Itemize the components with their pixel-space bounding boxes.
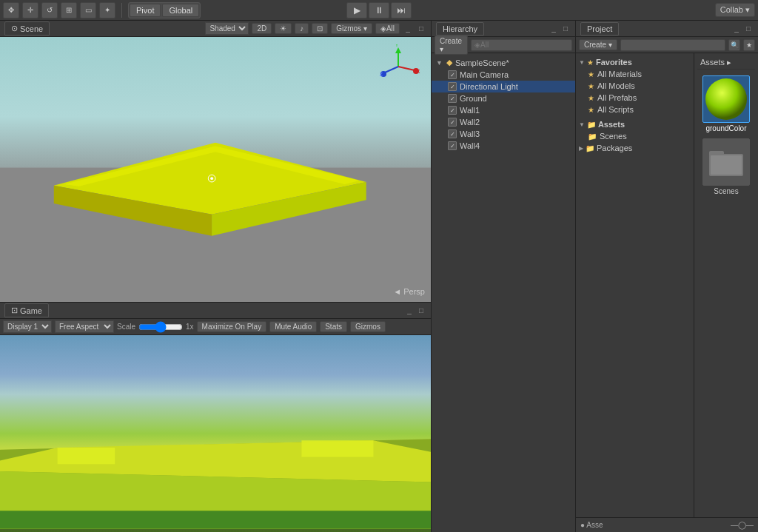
hier-item-wall4[interactable]: ✓ Wall4 bbox=[432, 140, 575, 152]
play-controls: ▶ ⏸ ⏭ bbox=[346, 2, 412, 18]
scenes-label: Scenes bbox=[600, 132, 627, 141]
proj-search-icon-btn[interactable]: 🔍 bbox=[728, 39, 740, 51]
game-minimize-btn[interactable]: _ bbox=[404, 306, 415, 316]
scene-gizmo[interactable]: Y X Z bbox=[376, 44, 420, 89]
hierarchy-tab-label: Hierarchy bbox=[443, 24, 477, 33]
fx-btn[interactable]: ⊡ bbox=[312, 23, 328, 34]
packages-label: Packages bbox=[597, 144, 632, 152]
project-tab[interactable]: Project bbox=[580, 22, 619, 36]
all-models-star: ★ bbox=[588, 82, 594, 90]
hier-label-wall3: Wall3 bbox=[460, 129, 480, 138]
play-btn[interactable]: ▶ bbox=[346, 2, 367, 18]
packages-expand-icon: ▶ bbox=[579, 145, 583, 152]
step-btn[interactable]: ⏭ bbox=[391, 2, 412, 18]
hand-tool-btn[interactable]: ✥ bbox=[3, 2, 19, 18]
pause-btn[interactable]: ⏸ bbox=[369, 2, 389, 18]
asset-groundcolor[interactable]: groundColor bbox=[700, 75, 752, 132]
all-scripts-star: ★ bbox=[588, 106, 594, 114]
hier-label-samplescene: SampleScene* bbox=[455, 58, 509, 67]
game-maximize-btn[interactable]: □ bbox=[416, 306, 426, 316]
stats-btn[interactable]: Stats bbox=[320, 321, 347, 332]
scenes-thumb bbox=[702, 138, 750, 186]
proj-star-btn[interactable]: ★ bbox=[743, 39, 755, 51]
hier-search-input[interactable] bbox=[471, 39, 572, 51]
left-panels: ⊙ Scene Shaded 2D ☀ ♪ ⊡ Gizmos ▾ ◈All _ … bbox=[0, 21, 432, 532]
scale-slider[interactable] bbox=[138, 323, 183, 331]
scene-tab-icon: ⊙ bbox=[11, 24, 18, 33]
scene-3d-view bbox=[0, 37, 431, 302]
mute-audio-btn[interactable]: Mute Audio bbox=[269, 321, 317, 332]
proj-minimize-btn[interactable]: _ bbox=[731, 24, 742, 34]
gizmos-btn[interactable]: Gizmos ▾ bbox=[331, 23, 372, 34]
hier-item-wall1[interactable]: ✓ Wall1 bbox=[432, 104, 575, 116]
hier-create-btn[interactable]: Create ▾ bbox=[435, 36, 468, 55]
svg-rect-20 bbox=[711, 155, 742, 175]
all-btn[interactable]: ◈All bbox=[375, 23, 400, 34]
project-panel: Project _ □ Create ▾ 🔍 ★ ▼ bbox=[576, 21, 758, 532]
game-viewport bbox=[0, 335, 431, 532]
hier-item-directionallight[interactable]: ✓ Directional Light bbox=[432, 81, 575, 92]
move-tool-btn[interactable]: ✛ bbox=[22, 2, 38, 18]
scene-maximize-btn[interactable]: □ bbox=[416, 24, 426, 34]
aspect-dropdown[interactable]: Free Aspect bbox=[55, 320, 114, 333]
proj-maximize-btn[interactable]: □ bbox=[743, 24, 754, 34]
asset-scenes-folder[interactable]: Scenes bbox=[700, 138, 752, 195]
scene-tab[interactable]: ⊙ Scene bbox=[4, 21, 50, 36]
favorites-star-icon: ★ bbox=[587, 58, 594, 67]
checkbox-wall1[interactable]: ✓ bbox=[448, 106, 457, 115]
transform-tool-btn[interactable]: ✦ bbox=[99, 2, 115, 18]
hier-item-maincamera[interactable]: ✓ Main Camera bbox=[432, 69, 575, 81]
game-toolbar: Display 1 Free Aspect Scale 1x Maximize … bbox=[0, 319, 431, 335]
proj-search-input[interactable] bbox=[620, 39, 725, 51]
favorites-expand-icon: ▼ bbox=[579, 59, 585, 66]
proj-item-all-prefabs[interactable]: ★ All Prefabs bbox=[576, 92, 694, 104]
2d-btn[interactable]: 2D bbox=[252, 23, 272, 34]
shading-dropdown[interactable]: Shaded bbox=[205, 22, 249, 35]
proj-item-scenes[interactable]: 📁 Scenes bbox=[576, 130, 694, 142]
rect-tool-btn[interactable]: ▭ bbox=[80, 2, 96, 18]
checkbox-wall4[interactable]: ✓ bbox=[448, 141, 457, 150]
hierarchy-tab[interactable]: Hierarchy bbox=[436, 22, 484, 36]
hierarchy-panel: Hierarchy _ □ Create ▾ ▼ ◆ SampleScene* bbox=[432, 21, 576, 532]
scenes-folder-icon: 📁 bbox=[588, 132, 597, 141]
game-tab[interactable]: ⊡ Game bbox=[4, 303, 49, 317]
groundcolor-label: groundColor bbox=[705, 124, 746, 132]
maximize-play-btn[interactable]: Maximize On Play bbox=[197, 321, 267, 332]
packages-section-header[interactable]: ▶ 📁 Packages bbox=[576, 142, 694, 154]
global-btn[interactable]: Global bbox=[162, 4, 199, 17]
audio-btn[interactable]: ♪ bbox=[295, 23, 309, 34]
scene-minimize-btn[interactable]: _ bbox=[403, 24, 413, 34]
scenes-folder-label: Scenes bbox=[714, 187, 738, 195]
assets-section-header[interactable]: ▼ 📁 Assets bbox=[576, 118, 694, 130]
hier-item-wall3[interactable]: ✓ Wall3 bbox=[432, 128, 575, 140]
favorites-section-header[interactable]: ▼ ★ Favorites bbox=[576, 56, 694, 68]
all-scripts-label: All Scripts bbox=[597, 105, 634, 114]
proj-item-all-materials[interactable]: ★ All Materials bbox=[576, 68, 694, 80]
svg-marker-14 bbox=[58, 448, 115, 464]
lighting-btn[interactable]: ☀ bbox=[275, 23, 292, 34]
game-gizmos-btn[interactable]: Gizmos bbox=[350, 321, 386, 332]
checkbox-wall2[interactable]: ✓ bbox=[448, 118, 457, 127]
rotate-tool-btn[interactable]: ↺ bbox=[41, 2, 58, 18]
checkbox-directionallight[interactable]: ✓ bbox=[448, 82, 457, 91]
assets-grid: groundColor Scenes bbox=[697, 73, 755, 198]
proj-item-all-scripts[interactable]: ★ All Scripts bbox=[576, 104, 694, 115]
proj-create-btn[interactable]: Create ▾ bbox=[579, 39, 617, 50]
proj-item-all-models[interactable]: ★ All Models bbox=[576, 80, 694, 92]
hier-item-samplescene[interactable]: ▼ ◆ SampleScene* bbox=[432, 56, 575, 69]
checkbox-maincamera[interactable]: ✓ bbox=[448, 70, 457, 79]
hier-item-ground[interactable]: ✓ Ground bbox=[432, 92, 575, 104]
collab-btn[interactable]: Collab ▾ bbox=[715, 3, 755, 17]
hier-item-wall2[interactable]: ✓ Wall2 bbox=[432, 116, 575, 128]
svg-text:Y: Y bbox=[395, 44, 398, 47]
scale-value: 1x bbox=[186, 323, 194, 331]
checkbox-wall3[interactable]: ✓ bbox=[448, 129, 457, 138]
scale-tool-btn[interactable]: ⊞ bbox=[61, 2, 77, 18]
checkbox-ground[interactable]: ✓ bbox=[448, 94, 457, 103]
pivot-btn[interactable]: Pivot bbox=[130, 4, 161, 17]
hier-maximize-btn[interactable]: □ bbox=[560, 24, 571, 34]
svg-line-4 bbox=[398, 67, 415, 70]
hier-minimize-btn[interactable]: _ bbox=[549, 24, 559, 34]
display-dropdown[interactable]: Display 1 bbox=[3, 320, 52, 333]
svg-marker-15 bbox=[301, 440, 373, 457]
